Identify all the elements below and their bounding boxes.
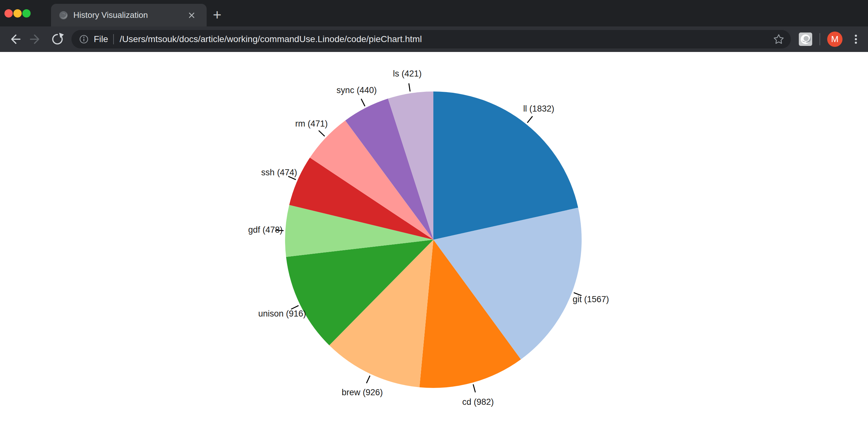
slice-label-unison: unison (916) — [258, 309, 306, 319]
slice-label-sync: sync (440) — [336, 86, 377, 95]
window-titlebar: History Visualization + — [0, 0, 868, 27]
label-tick-cd — [473, 385, 475, 392]
bookmark-star-button[interactable] — [772, 33, 785, 45]
browser-toolbar: File /Users/mtsouk/docs/article/working/… — [0, 27, 868, 52]
pie-chart: ll (1832)git (1567)cd (982)brew (926)uni… — [0, 52, 868, 430]
star-icon — [773, 33, 785, 45]
extension-button[interactable] — [799, 32, 812, 46]
forward-button[interactable] — [29, 32, 43, 46]
label-tick-brew — [366, 376, 370, 384]
slice-label-cd: cd (982) — [462, 397, 494, 407]
url-scheme-label: File — [94, 34, 108, 44]
back-button[interactable] — [8, 32, 22, 46]
window-zoom-button[interactable] — [22, 9, 31, 18]
slice-label-ssh: ssh (474) — [261, 168, 297, 177]
toolbar-separator — [819, 33, 820, 45]
slice-label-ll: ll (1832) — [523, 104, 555, 113]
browser-tab[interactable]: History Visualization — [51, 4, 207, 27]
profile-avatar[interactable]: M — [827, 32, 842, 47]
window-close-button[interactable] — [4, 9, 13, 18]
menu-button[interactable] — [849, 32, 863, 46]
slice-label-gdf: gdf (478) — [248, 225, 282, 235]
reload-button[interactable] — [51, 32, 64, 46]
new-tab-button[interactable]: + — [210, 7, 225, 22]
slice-label-rm: rm (471) — [295, 119, 328, 128]
tab-title: History Visualization — [73, 10, 186, 20]
kebab-menu-icon — [849, 32, 863, 46]
page-content: ll (1832)git (1567)cd (982)brew (926)uni… — [0, 52, 868, 430]
window-minimize-button[interactable] — [13, 9, 22, 18]
slice-label-git: git (1567) — [573, 295, 609, 304]
label-tick-rm — [318, 131, 324, 136]
label-tick-ll — [527, 117, 532, 123]
tab-close-icon[interactable] — [186, 10, 197, 21]
url-separator — [113, 34, 114, 44]
forward-icon — [29, 32, 43, 46]
reload-icon — [51, 32, 64, 46]
address-bar[interactable]: File /Users/mtsouk/docs/article/working/… — [71, 30, 791, 48]
slice-label-ls: ls (421) — [393, 69, 422, 78]
label-tick-ls — [409, 83, 410, 92]
label-tick-sync — [361, 99, 365, 106]
globe-icon — [59, 10, 68, 20]
url-path[interactable]: /Users/mtsouk/docs/article/working/comma… — [120, 34, 772, 44]
info-icon[interactable] — [79, 34, 89, 45]
back-icon — [8, 32, 22, 46]
slice-label-brew: brew (926) — [342, 388, 383, 397]
